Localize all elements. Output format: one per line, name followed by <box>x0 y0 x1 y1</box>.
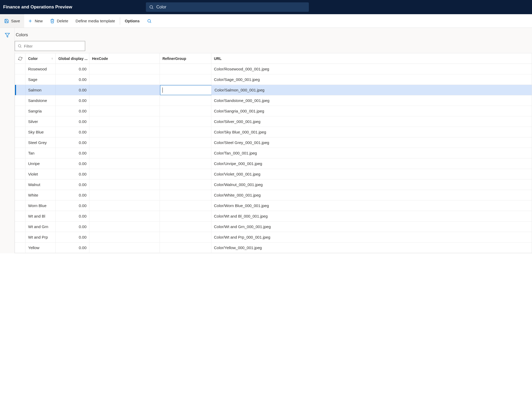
cell-color[interactable]: Wt and Prp <box>25 232 56 242</box>
cell-url[interactable]: Color/Unripe_000_001.jpeg <box>211 158 532 169</box>
table-row[interactable]: Wt and Bl0.00Color/Wt and Bl_000_001.jpe… <box>15 211 532 222</box>
cell-url[interactable]: Color/Sandstone_000_001.jpeg <box>211 95 532 106</box>
table-row[interactable]: Worn Blue0.00Color/Worn Blue_000_001.jpe… <box>15 200 532 211</box>
cell-refiner-group[interactable] <box>160 137 211 148</box>
row-selector-cell[interactable] <box>15 169 25 179</box>
global-search[interactable]: Color <box>146 2 309 12</box>
cell-hexcode[interactable] <box>89 169 160 179</box>
cell-refiner-group[interactable] <box>160 200 211 211</box>
table-row[interactable]: White0.00Color/White_000_001.jpeg <box>15 190 532 200</box>
cell-global-display[interactable]: 0.00 <box>56 179 89 190</box>
cell-url[interactable]: Color/Wt and Grn_000_001.jpeg <box>211 222 532 232</box>
row-selector-cell[interactable] <box>15 127 25 137</box>
row-selector-cell[interactable] <box>15 148 25 158</box>
table-row[interactable]: Sky Blue0.00Color/Sky Blue_000_001.jpeg <box>15 127 532 137</box>
cell-global-display[interactable]: 0.00 <box>56 127 89 137</box>
cell-hexcode[interactable] <box>89 222 160 232</box>
cell-global-display[interactable]: 0.00 <box>56 137 89 148</box>
table-row[interactable]: Silver0.00Color/Silver_000_001.jpeg <box>15 116 532 127</box>
options-button[interactable]: Options <box>121 14 144 28</box>
table-row[interactable]: Sandstone0.00Color/Sandstone_000_001.jpe… <box>15 95 532 106</box>
table-row[interactable]: Unripe0.00Color/Unripe_000_001.jpeg <box>15 158 532 169</box>
cell-refiner-group[interactable] <box>160 232 211 242</box>
cell-color[interactable]: Tan <box>25 148 56 158</box>
cell-refiner-group[interactable] <box>160 85 212 95</box>
row-selector-cell[interactable] <box>15 137 25 148</box>
cell-global-display[interactable]: 0.00 <box>56 148 89 158</box>
cell-hexcode[interactable] <box>89 148 160 158</box>
row-selector-cell[interactable] <box>15 85 25 95</box>
cell-hexcode[interactable] <box>89 232 160 242</box>
delete-button[interactable]: Delete <box>46 14 72 28</box>
cell-refiner-group[interactable] <box>160 116 211 127</box>
cell-color[interactable]: Wt and Grn <box>25 222 56 232</box>
cell-url[interactable]: Color/Worn Blue_000_001.jpeg <box>211 200 532 211</box>
cell-refiner-group[interactable] <box>160 64 211 74</box>
save-button[interactable]: Save <box>0 14 24 28</box>
cell-global-display[interactable]: 0.00 <box>56 95 89 106</box>
row-selector-cell[interactable] <box>15 106 25 116</box>
grid-filter[interactable] <box>15 41 85 51</box>
cell-global-display[interactable]: 0.00 <box>56 232 89 242</box>
cell-color[interactable]: Sangria <box>25 106 56 116</box>
cell-color[interactable]: Salmon <box>25 85 56 95</box>
row-selector-cell[interactable] <box>15 74 25 85</box>
cell-refiner-group[interactable] <box>160 169 211 179</box>
cell-global-display[interactable]: 0.00 <box>56 200 89 211</box>
cell-hexcode[interactable] <box>89 158 160 169</box>
row-selector-cell[interactable] <box>15 211 25 221</box>
cell-color[interactable]: Sandstone <box>25 95 56 106</box>
cell-hexcode[interactable] <box>89 179 160 190</box>
cell-url[interactable]: Color/Tan_000_001.jpeg <box>211 148 532 158</box>
row-selector-cell[interactable] <box>15 95 25 106</box>
cell-url[interactable]: Color/Violet_000_001.jpeg <box>211 169 532 179</box>
row-selector-cell[interactable] <box>15 200 25 211</box>
table-row[interactable]: Steel Grey0.00Color/Steel Grey_000_001.j… <box>15 137 532 148</box>
table-row[interactable]: Yellow0.00Color/Yellow_000_001.jpeg <box>15 243 532 253</box>
row-selector-cell[interactable] <box>15 232 25 242</box>
cell-color[interactable]: Yellow <box>25 243 56 253</box>
funnel-icon[interactable] <box>5 33 10 38</box>
table-row[interactable]: Walnut0.00Color/Walnut_000_001.jpeg <box>15 179 532 190</box>
cell-refiner-group[interactable] <box>160 179 211 190</box>
cell-refiner-group[interactable] <box>160 127 211 137</box>
cell-url[interactable]: Color/Yellow_000_001.jpeg <box>211 243 532 253</box>
cell-color[interactable]: Sky Blue <box>25 127 56 137</box>
cell-global-display[interactable]: 0.00 <box>56 190 89 200</box>
column-refiner-group[interactable]: RefinerGroup <box>160 53 211 64</box>
table-row[interactable]: Tan0.00Color/Tan_000_001.jpeg <box>15 148 532 158</box>
cell-color[interactable]: Steel Grey <box>25 137 56 148</box>
cell-refiner-group[interactable] <box>160 106 211 116</box>
cell-url[interactable]: Color/Rosewood_000_001.jpeg <box>211 64 532 74</box>
table-row[interactable]: Sage0.00Color/Sage_000_001.jpeg <box>15 74 532 85</box>
cell-hexcode[interactable] <box>89 106 160 116</box>
table-row[interactable]: Sangria0.00Color/Sangria_000_001.jpeg <box>15 106 532 116</box>
cell-global-display[interactable]: 0.00 <box>56 169 89 179</box>
row-selector-cell[interactable] <box>15 243 25 253</box>
table-row[interactable]: Wt and Grn0.00Color/Wt and Grn_000_001.j… <box>15 222 532 232</box>
cell-url[interactable]: Color/Silver_000_001.jpeg <box>211 116 532 127</box>
cell-global-display[interactable]: 0.00 <box>56 158 89 169</box>
column-color[interactable]: Color ↑ <box>25 53 56 64</box>
cell-color[interactable]: Unripe <box>25 158 56 169</box>
cell-refiner-group[interactable] <box>160 74 211 85</box>
cell-refiner-group[interactable] <box>160 243 211 253</box>
cell-refiner-group[interactable] <box>160 95 211 106</box>
cell-global-display[interactable]: 0.00 <box>56 222 89 232</box>
cell-global-display[interactable]: 0.00 <box>56 116 89 127</box>
new-button[interactable]: New <box>24 14 46 28</box>
table-row[interactable]: Violet0.00Color/Violet_000_001.jpeg <box>15 169 532 179</box>
cell-hexcode[interactable] <box>89 85 160 95</box>
table-row[interactable]: Salmon0.00Color/Salmon_000_001.jpeg <box>15 85 532 95</box>
cell-hexcode[interactable] <box>89 137 160 148</box>
cell-url[interactable]: Color/Sky Blue_000_001.jpeg <box>211 127 532 137</box>
table-row[interactable]: Rosewood0.00Color/Rosewood_000_001.jpeg <box>15 64 532 74</box>
cell-url[interactable]: Color/Walnut_000_001.jpeg <box>211 179 532 190</box>
cell-hexcode[interactable] <box>89 127 160 137</box>
cell-global-display[interactable]: 0.00 <box>56 211 89 221</box>
cell-hexcode[interactable] <box>89 64 160 74</box>
cell-hexcode[interactable] <box>89 95 160 106</box>
column-global-display[interactable]: Global display ... <box>56 53 89 64</box>
cell-hexcode[interactable] <box>89 243 160 253</box>
row-selector-cell[interactable] <box>15 64 25 74</box>
